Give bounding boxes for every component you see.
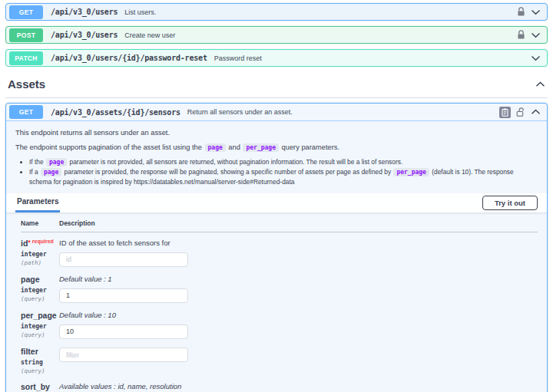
endpoint-summary: Return all sensors under an asset. [187, 108, 293, 116]
param-input-id[interactable] [59, 252, 188, 267]
endpoint-row-patch-password-reset[interactable]: PATCH /api/v3_0/users/{id}/password-rese… [5, 49, 548, 67]
bullet-item: If the page parameter is not provided, a… [29, 157, 538, 167]
parameters-table-header: Name Description [21, 219, 538, 232]
column-header-name: Name [21, 219, 59, 227]
param-row-sort-by: sort_by string (query) Available values … [21, 376, 538, 392]
param-input-per-page[interactable] [59, 324, 188, 339]
endpoint-summary: Create new user [124, 31, 175, 39]
param-name: page [21, 275, 59, 284]
required-label: required [32, 239, 54, 244]
param-location: (query) [21, 367, 59, 374]
clipboard-icon [502, 108, 508, 117]
endpoint-path: /api/v3_0/users [51, 31, 118, 39]
method-badge-get: GET [9, 105, 43, 119]
param-default-value: Default value : 10 [59, 311, 538, 319]
param-name: sort_by [21, 382, 59, 391]
section-title: Assets [8, 77, 45, 91]
method-badge-get: GET [9, 5, 43, 19]
chevron-down-icon[interactable] [531, 32, 541, 38]
param-location: (path) [21, 259, 59, 266]
parameters-section-bar: Parameters Try it out [6, 193, 547, 213]
param-description: ID of the asset to fetch sensors for [59, 239, 538, 247]
lock-icon[interactable] [517, 7, 525, 17]
endpoint-summary: Password reset [214, 54, 262, 62]
param-row-filter: filter string (query) [21, 341, 538, 376]
endpoint-row-get-users[interactable]: GET /api/v3_0/users List users. [5, 3, 548, 21]
description-paragraph: The endpoint supports pagination of the … [15, 143, 538, 153]
param-type: integer [21, 251, 59, 258]
endpoint-description: This endpoint returns all sensors under … [6, 121, 547, 193]
tab-parameters[interactable]: Parameters [15, 193, 60, 212]
inline-code: page [205, 143, 226, 152]
param-input-filter[interactable] [59, 348, 188, 362]
bullet-item: If a page parameter is provided, the res… [29, 167, 538, 187]
section-header-assets[interactable]: Assets [5, 72, 548, 98]
param-name: id*required [21, 239, 59, 248]
lock-icon[interactable] [517, 30, 525, 40]
param-type: integer [21, 287, 59, 294]
param-row-id: id*required integer (path) ID of the ass… [21, 232, 538, 268]
unlock-icon[interactable] [516, 107, 525, 117]
inline-code: per_page [393, 168, 429, 176]
inline-code: page [46, 158, 67, 166]
param-type: integer [21, 323, 59, 330]
param-type: string [21, 359, 59, 366]
swagger-page: GET /api/v3_0/users List users. POST /ap… [0, 0, 553, 392]
param-available-values: Available values : id, name, resolution [59, 382, 538, 390]
endpoint-expanded-get-sensors: GET /api/v3_0/assets/{id}/sensors Return… [5, 103, 548, 392]
column-header-description: Description [59, 219, 538, 227]
expanded-endpoint-header[interactable]: GET /api/v3_0/assets/{id}/sensors Return… [6, 104, 547, 121]
method-badge-post: POST [9, 28, 43, 42]
required-star: * [28, 239, 31, 246]
param-location: (query) [21, 331, 59, 338]
inline-code: page [41, 168, 61, 176]
inline-code: per_page [243, 143, 279, 152]
endpoint-row-post-users[interactable]: POST /api/v3_0/users Create new user [5, 26, 548, 44]
chevron-up-icon[interactable] [531, 109, 541, 115]
description-bullet-list: If the page parameter is not provided, a… [18, 157, 538, 187]
endpoint-path: /api/v3_0/assets/{id}/sensors [51, 108, 180, 117]
param-row-page: page integer (query) Default value : 1 [21, 268, 538, 305]
description-paragraph: This endpoint returns all sensors under … [15, 128, 538, 138]
chevron-up-icon[interactable] [535, 81, 545, 87]
param-input-page[interactable] [59, 288, 188, 303]
param-default-value: Default value : 1 [59, 275, 538, 283]
endpoint-path: /api/v3_0/users [51, 8, 118, 16]
method-badge-patch: PATCH [9, 51, 43, 65]
endpoint-summary: List users. [124, 8, 156, 16]
endpoint-path: /api/v3_0/users/{id}/password-reset [51, 54, 207, 62]
chevron-down-icon[interactable] [531, 9, 541, 15]
param-location: (query) [21, 295, 59, 302]
copy-path-button[interactable] [499, 107, 511, 118]
param-name: per_page [21, 311, 59, 320]
parameters-table: Name Description id*required integer (pa… [6, 213, 547, 392]
try-it-out-button[interactable]: Try it out [482, 196, 538, 210]
chevron-down-icon[interactable] [531, 55, 541, 61]
param-row-per-page: per_page integer (query) Default value :… [21, 305, 538, 341]
param-name: filter [21, 347, 59, 356]
